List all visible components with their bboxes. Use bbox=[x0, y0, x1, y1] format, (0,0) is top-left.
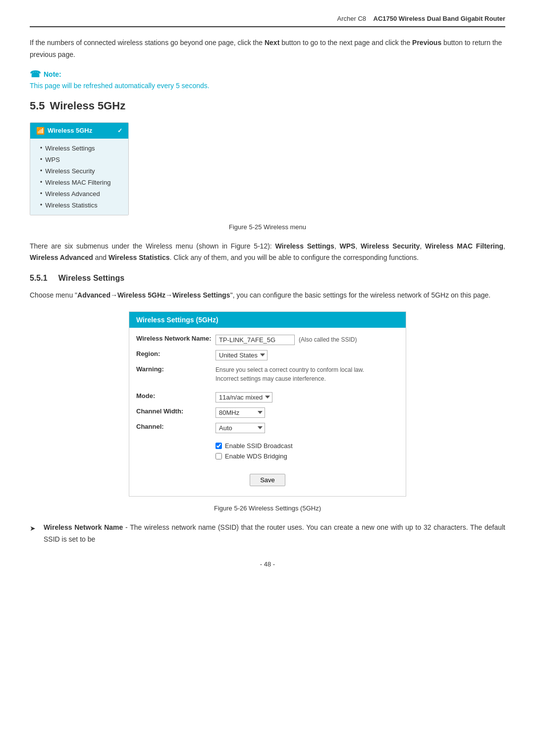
region-select[interactable]: United States bbox=[215, 350, 268, 360]
section-551-name: Wireless Settings bbox=[58, 274, 124, 282]
value-channel: Auto bbox=[215, 423, 399, 433]
menu-item-label-4: Wireless Advanced bbox=[45, 190, 100, 198]
figure-26-caption: Figure 5-26 Wireless Settings (5GHz) bbox=[30, 504, 505, 512]
chevron-down-icon: ✓ bbox=[117, 127, 122, 134]
section-55-title: 5.5 Wireless 5GHz bbox=[30, 100, 505, 112]
intro-paragraph: If the numbers of connected wireless sta… bbox=[30, 37, 505, 61]
wds-bridging-checkbox[interactable] bbox=[215, 453, 222, 459]
page-header: Archer C8 AC1750 Wireless Dual Band Giga… bbox=[30, 15, 505, 27]
ssid-broadcast-label: Enable SSID Broadcast bbox=[225, 442, 293, 450]
menu-item-wps[interactable]: WPS bbox=[30, 154, 128, 165]
settings-table-header: Wireless Settings (5GHz) bbox=[129, 312, 406, 328]
section-551-title: 5.5.1 Wireless Settings bbox=[30, 274, 505, 283]
row-channel-width: Channel Width: 80MHz bbox=[136, 407, 399, 418]
checkboxes-area: Enable SSID Broadcast Enable WDS Bridgin… bbox=[136, 442, 399, 460]
menu-item-label-0: Wireless Settings bbox=[45, 145, 95, 152]
label-region: Region: bbox=[136, 350, 215, 357]
model-name: Archer C8 bbox=[337, 15, 367, 22]
label-network-name: Wireless Network Name: bbox=[136, 335, 215, 342]
checkbox-ssid-broadcast-row: Enable SSID Broadcast bbox=[215, 442, 399, 450]
settings-table-body: Wireless Network Name: (Also called the … bbox=[129, 328, 406, 496]
row-mode: Mode: 11a/n/ac mixed bbox=[136, 392, 399, 403]
menu-item-wireless-statistics[interactable]: Wireless Statistics bbox=[30, 200, 128, 211]
product-name: AC1750 Wireless Dual Band Gigabit Router bbox=[374, 15, 505, 22]
value-mode: 11a/n/ac mixed bbox=[215, 392, 399, 403]
menu-item-wireless-mac-filtering[interactable]: Wireless MAC Filtering bbox=[30, 177, 128, 188]
ssid-broadcast-checkbox[interactable] bbox=[215, 443, 222, 449]
menu-items-list: Wireless Settings WPS Wireless Security … bbox=[30, 139, 128, 215]
value-warning: Ensure you select a correct country to c… bbox=[215, 365, 399, 383]
bullet-arrow-icon: ➤ bbox=[30, 523, 38, 535]
menu-item-label-5: Wireless Statistics bbox=[45, 202, 97, 209]
checkbox-wds-bridging-row: Enable WDS Bridging bbox=[215, 453, 399, 460]
label-warning: Warning: bbox=[136, 365, 215, 373]
note-box: ☎ Note: This page will be refreshed auto… bbox=[30, 69, 505, 90]
wireless-menu-box: 📶 Wireless 5GHz ✓ Wireless Settings WPS … bbox=[30, 122, 129, 215]
label-channel: Channel: bbox=[136, 423, 215, 430]
label-mode: Mode: bbox=[136, 392, 215, 400]
row-region: Region: United States bbox=[136, 350, 399, 360]
section-55-num: 5.5 bbox=[30, 100, 45, 112]
row-network-name: Wireless Network Name: (Also called the … bbox=[136, 335, 399, 345]
channel-width-select[interactable]: 80MHz bbox=[215, 407, 265, 418]
network-name-input[interactable] bbox=[215, 335, 295, 345]
row-warning: Warning: Ensure you select a correct cou… bbox=[136, 365, 399, 383]
bullet-item-0: ➤ Wireless Network Name - The wireless n… bbox=[30, 522, 505, 546]
menu-item-wireless-settings[interactable]: Wireless Settings bbox=[30, 143, 128, 154]
wireless-settings-table: Wireless Settings (5GHz) Wireless Networ… bbox=[129, 311, 406, 497]
note-title: Note: bbox=[44, 70, 61, 78]
section-551-num: 5.5.1 bbox=[30, 274, 48, 282]
mode-select[interactable]: 11a/n/ac mixed bbox=[215, 392, 272, 403]
choose-menu-text: Choose menu "Advanced→Wireless 5GHz→Wire… bbox=[30, 290, 505, 302]
row-channel: Channel: Auto bbox=[136, 423, 399, 433]
wds-bridging-label: Enable WDS Bridging bbox=[225, 453, 287, 460]
bullet-text-0: Wireless Network Name - The wireless net… bbox=[44, 522, 505, 546]
wifi-icon: 📶 bbox=[36, 127, 45, 135]
value-channel-width: 80MHz bbox=[215, 407, 399, 418]
menu-item-label-1: WPS bbox=[45, 156, 60, 163]
menu-item-label-3: Wireless MAC Filtering bbox=[45, 179, 110, 186]
bullet-section: ➤ Wireless Network Name - The wireless n… bbox=[30, 522, 505, 546]
section-55-name: Wireless 5GHz bbox=[50, 100, 126, 112]
menu-header: 📶 Wireless 5GHz ✓ bbox=[30, 123, 128, 139]
page-number: - 48 - bbox=[30, 560, 505, 568]
menu-header-label: Wireless 5GHz bbox=[48, 127, 92, 134]
warning-text: Ensure you select a correct country to c… bbox=[215, 365, 364, 383]
note-label: ☎ Note: bbox=[30, 69, 505, 80]
save-row: Save bbox=[136, 474, 399, 486]
body-text-section55: There are six submenus under the Wireles… bbox=[30, 241, 505, 264]
menu-item-label-2: Wireless Security bbox=[45, 167, 95, 175]
label-channel-width: Channel Width: bbox=[136, 407, 215, 415]
value-network-name: (Also called the SSID) bbox=[215, 335, 399, 345]
figure-25-caption: Figure 5-25 Wireless menu bbox=[30, 223, 505, 231]
save-button[interactable]: Save bbox=[250, 474, 285, 486]
note-content: This page will be refreshed automaticall… bbox=[30, 82, 505, 90]
menu-item-wireless-advanced[interactable]: Wireless Advanced bbox=[30, 188, 128, 200]
header-text: Archer C8 AC1750 Wireless Dual Band Giga… bbox=[337, 15, 505, 22]
channel-select[interactable]: Auto bbox=[215, 423, 265, 433]
value-region: United States bbox=[215, 350, 399, 360]
menu-item-wireless-security[interactable]: Wireless Security bbox=[30, 165, 128, 177]
ssid-hint: (Also called the SSID) bbox=[299, 336, 357, 343]
